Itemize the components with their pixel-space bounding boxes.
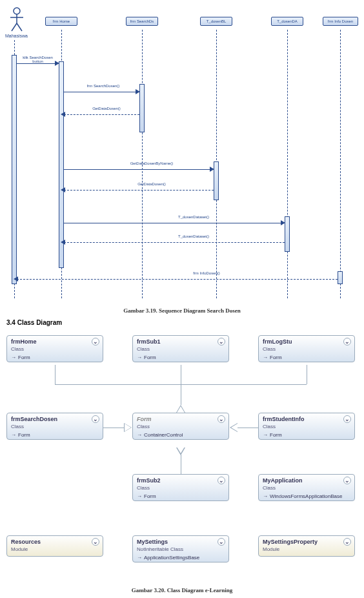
message: GetDataDosen() <box>97 182 207 186</box>
class-kind: Class <box>259 424 354 431</box>
expand-icon[interactable]: ⌄ <box>217 338 225 345</box>
connector <box>181 455 181 474</box>
arrow-head-icon <box>136 89 140 94</box>
class-box-frmhome: frmHome⌄ Class →Form <box>6 335 103 362</box>
class-box-mysettingsproperty: MySettingsProperty⌄ Module <box>258 535 355 557</box>
class-base: Form <box>270 432 282 438</box>
class-name: frmLogStu <box>263 338 292 345</box>
class-caption: Gambar 3.20. Class Diagram e-Learning <box>0 587 364 593</box>
svg-line-4 <box>17 23 22 31</box>
inheritance-triangle-icon <box>177 406 185 413</box>
lifeline-line <box>287 30 288 298</box>
arrow-head-icon <box>210 167 214 172</box>
class-kind: Class <box>259 485 354 492</box>
svg-line-3 <box>12 23 17 31</box>
class-base: Form <box>18 432 30 438</box>
expand-icon[interactable]: ⌄ <box>92 338 99 345</box>
lifeline-line <box>340 30 341 298</box>
message: GetDataDosenByName() <box>97 161 207 165</box>
activation-bar <box>12 55 17 284</box>
svg-point-0 <box>14 8 20 14</box>
class-name: frmStudentInfo <box>263 416 305 422</box>
arrow <box>17 63 57 64</box>
actor-label: Mahasiswa <box>5 34 28 38</box>
class-base: WindowsFormsApplicationBase <box>270 493 343 499</box>
arrow-head-icon <box>61 240 65 245</box>
class-kind: Class <box>133 424 228 431</box>
message: frm InfoDosen() <box>110 271 303 275</box>
class-box-form: Form⌄ Class →ContainerControl <box>132 413 229 440</box>
message: T_dosenDataset() <box>129 234 258 238</box>
class-box-myapplication: MyApplication⌄ Class →WindowsFormsApplic… <box>258 474 355 501</box>
message: T_dosenDataset() <box>129 215 258 219</box>
inherit-icon: → <box>263 432 268 438</box>
expand-icon[interactable]: ⌄ <box>217 477 225 484</box>
class-kind: Module <box>7 546 103 556</box>
connector <box>181 384 181 405</box>
person-icon <box>7 6 26 32</box>
expand-icon[interactable]: ⌄ <box>217 538 225 546</box>
inherit-icon: → <box>11 432 16 438</box>
arrow <box>64 169 212 170</box>
lifeline-frm-home: frm Home <box>45 17 77 26</box>
inherit-icon: → <box>263 355 268 360</box>
expand-icon[interactable]: ⌄ <box>343 338 351 345</box>
class-box-frmstudentinfo: frmStudentInfo⌄ Class →Form <box>258 413 355 440</box>
lifeline-frm-info-dosen: frm Info Dosen <box>323 17 358 26</box>
class-name: MySettingsProperty <box>263 539 318 545</box>
class-name: Resources <box>11 539 41 545</box>
actor: Mahasiswa <box>5 6 28 38</box>
arrow-head-icon <box>14 276 18 282</box>
arrow-head-icon <box>281 220 285 225</box>
expand-icon[interactable]: ⌄ <box>343 415 351 423</box>
class-name: Form <box>137 416 152 422</box>
arrow-dash <box>64 242 285 243</box>
inheritance-triangle-icon <box>231 424 238 431</box>
expand-icon[interactable]: ⌄ <box>92 538 99 546</box>
class-name: frmSearchDosen <box>11 416 57 422</box>
expand-icon[interactable]: ⌄ <box>217 415 225 423</box>
inheritance-triangle-icon <box>177 447 185 453</box>
class-box-mysettings: MySettings⌄ NotInheritable Class →Applic… <box>132 535 229 562</box>
class-box-frmsearchdosen: frmSearchDosen⌄ Class →Form <box>6 413 103 440</box>
class-name: MySettings <box>137 539 168 545</box>
arrow <box>64 92 138 92</box>
section-header: 3.4 Class Diagram <box>6 319 364 326</box>
message: klik SearchDosen button <box>17 56 59 63</box>
arrow-head-icon <box>61 112 65 117</box>
arrow <box>64 223 283 223</box>
arrow-dash <box>64 114 139 115</box>
activation-bar <box>59 61 64 268</box>
inherit-icon: → <box>137 555 142 561</box>
activation-bar <box>214 161 219 200</box>
activation-bar <box>338 271 343 284</box>
sequence-caption: Gambar 3.19. Sequence Diagram Search Dos… <box>0 307 364 314</box>
class-box-resources: Resources⌄ Module <box>6 535 103 557</box>
class-box-frmsub1: frmSub1⌄ Class →Form <box>132 335 229 362</box>
connector <box>181 365 181 384</box>
inheritance-triangle-icon <box>125 424 131 431</box>
class-diagram: frmHome⌄ Class →Form frmSub1⌄ Class →For… <box>0 329 364 587</box>
inherit-icon: → <box>137 493 142 499</box>
class-kind: Class <box>7 346 103 353</box>
expand-icon[interactable]: ⌄ <box>343 538 351 546</box>
message: frm SearchDosen() <box>71 84 136 88</box>
class-name: frmSub1 <box>137 338 161 345</box>
lifeline-t-dosenbl: T_dosenBL <box>200 17 232 26</box>
inherit-icon: → <box>137 432 142 438</box>
inherit-icon: → <box>11 355 16 360</box>
connector <box>55 365 56 384</box>
connector <box>237 428 258 428</box>
class-kind: Module <box>259 546 354 556</box>
sequence-diagram: Mahasiswa frm Home frm SearchDs T_dosenB… <box>0 0 364 304</box>
expand-icon[interactable]: ⌄ <box>343 477 351 484</box>
class-name: frmHome <box>11 338 37 345</box>
arrow-head-icon <box>61 187 65 192</box>
class-base: ContainerControl <box>144 432 183 438</box>
class-kind: Class <box>133 485 228 492</box>
inherit-icon: → <box>263 493 268 499</box>
arrow-dash <box>17 279 338 280</box>
expand-icon[interactable]: ⌄ <box>92 415 99 423</box>
connector <box>307 365 307 384</box>
class-base: ApplicationSettingsBase <box>144 555 199 561</box>
